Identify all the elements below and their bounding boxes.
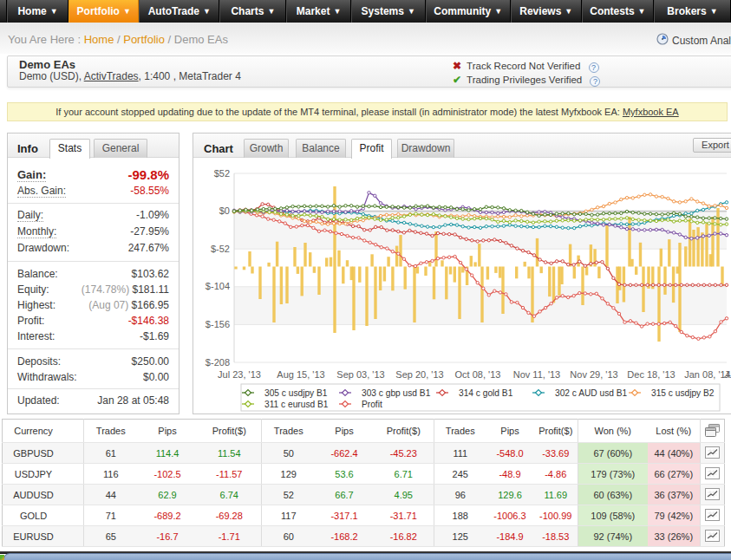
svg-text:315 c usdjpy B2: 315 c usdjpy B2 bbox=[651, 388, 715, 398]
svg-text:Nov 11, '13: Nov 11, '13 bbox=[513, 369, 560, 380]
svg-text:Jul 23, '13: Jul 23, '13 bbox=[218, 369, 261, 380]
svg-text:Dec 18, '13: Dec 18, '13 bbox=[627, 369, 675, 380]
svg-text:$-156: $-156 bbox=[206, 319, 230, 329]
svg-text:$52: $52 bbox=[214, 168, 230, 179]
svg-text:302 c AUD usd B1: 302 c AUD usd B1 bbox=[555, 388, 628, 398]
svg-text:$0: $0 bbox=[219, 205, 230, 216]
svg-text:J..: J.. bbox=[724, 369, 731, 380]
svg-text:305 c usdjpy B1: 305 c usdjpy B1 bbox=[264, 388, 328, 398]
svg-text:Nov 29, '13: Nov 29, '13 bbox=[570, 369, 617, 380]
svg-text:$-104: $-104 bbox=[206, 281, 230, 291]
svg-text:314 c gold B1: 314 c gold B1 bbox=[459, 388, 513, 398]
svg-text:303 c gbp usd B1: 303 c gbp usd B1 bbox=[362, 388, 431, 398]
svg-text:Sep 03, '13: Sep 03, '13 bbox=[336, 369, 384, 380]
svg-text:Sep 20, '13: Sep 20, '13 bbox=[395, 369, 443, 380]
svg-text:Oct 08, '13: Oct 08, '13 bbox=[455, 369, 501, 380]
svg-text:Profit: Profit bbox=[362, 400, 382, 409]
svg-text:311 c eurusd B1: 311 c eurusd B1 bbox=[264, 400, 329, 409]
svg-text:$-208: $-208 bbox=[206, 357, 230, 368]
svg-text:$-52: $-52 bbox=[211, 244, 230, 254]
svg-text:Aug 15, '13: Aug 15, '13 bbox=[277, 369, 324, 380]
